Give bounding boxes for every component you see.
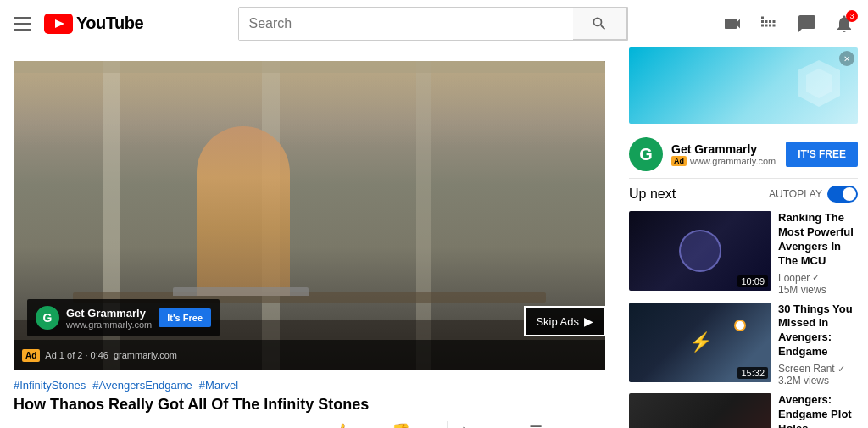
video-section: G Get Grammarly www.grammarly.com It's F…	[0, 47, 619, 428]
save-button[interactable]: ☰ SAVE	[529, 422, 576, 428]
search-input[interactable]	[239, 8, 573, 40]
video-title: How Thanos Really Got All Of The Infinit…	[14, 395, 605, 414]
autoplay-thumb	[843, 187, 856, 201]
like-button[interactable]: 👍 9.5K	[332, 422, 378, 428]
rec-thumbnail: ⚡ 15:32	[629, 303, 771, 382]
grammarly-banner[interactable]: ✕	[629, 47, 858, 124]
search-bar	[238, 7, 628, 41]
video-tag-1[interactable]: #AvengersEndgame	[92, 379, 192, 392]
video-actions: 👍 9.5K 👎 496 ➤ SHARE ☰ SAVE •••	[332, 421, 605, 428]
rec-info: Avengers: Endgame Plot Holes Explained S…	[778, 393, 858, 428]
video-meta: 1,228,522 views 👍 9.5K 👎 496 ➤ SHARE ☰	[14, 421, 605, 428]
verified-icon: ✓	[837, 364, 845, 375]
header-right: 3	[722, 14, 854, 34]
rec-info: Ranking The Most Powerful Avengers In Th…	[778, 211, 858, 296]
grammarly-logo-small: G	[36, 306, 59, 330]
banner-background	[629, 47, 858, 124]
video-tag-0[interactable]: #InfinityStones	[14, 379, 86, 392]
video-ad-overlay: G Get Grammarly www.grammarly.com It's F…	[27, 299, 220, 336]
youtube-logo-text: YouTube	[76, 14, 143, 33]
video-player-inner: G Get Grammarly www.grammarly.com It's F…	[14, 61, 605, 370]
grammarly-cta-button[interactable]: IT'S FREE	[786, 142, 858, 167]
banner-decoration	[793, 56, 844, 115]
search-icon	[591, 15, 608, 32]
rec-channel: Looper ✓	[778, 272, 858, 284]
youtube-logo-icon	[44, 14, 73, 34]
thumbs-up-icon: 👍	[332, 422, 351, 428]
create-video-button[interactable]	[722, 14, 743, 34]
apps-button[interactable]	[760, 14, 780, 34]
grammarly-url: www.grammarly.com	[690, 156, 776, 166]
grammarly-title: Get Grammarly	[671, 142, 777, 156]
ad-info-bar: Ad Ad 1 of 2 · 0:46 grammarly.com	[14, 340, 605, 370]
verified-icon: ✓	[812, 272, 820, 283]
grammarly-ad-label: Ad www.grammarly.com	[671, 156, 777, 166]
autoplay-label: AUTOPLAY	[769, 188, 822, 200]
menu-button[interactable]	[14, 17, 31, 31]
ad-text: Get Grammarly www.grammarly.com	[66, 307, 152, 330]
dislike-button[interactable]: 👎 496	[392, 422, 433, 428]
video-player[interactable]: G Get Grammarly www.grammarly.com It's F…	[14, 61, 605, 370]
notification-badge: 3	[846, 10, 858, 22]
skip-ads-label: Skip Ads	[536, 315, 579, 328]
grammarly-ad: G Get Grammarly Ad www.grammarly.com IT'…	[629, 131, 858, 179]
rec-title: Avengers: Endgame Plot Holes Explained	[778, 393, 858, 428]
grammarly-logo: G	[629, 137, 663, 171]
rec-views: 15M views	[778, 284, 858, 296]
ad-cta-button[interactable]: It's Free	[159, 308, 211, 327]
thumbs-down-icon: 👎	[392, 422, 410, 428]
recommendation-item[interactable]: 10:09 Ranking The Most Powerful Avengers…	[629, 211, 858, 296]
video-tag-2[interactable]: #Marvel	[199, 379, 238, 392]
header: YouTube	[0, 0, 868, 47]
ad-label-badge: Ad	[671, 156, 687, 166]
video-tags: #InfinityStones #AvengersEndgame #Marvel	[14, 379, 605, 392]
search-area	[143, 7, 722, 41]
action-divider	[447, 421, 448, 428]
ad-countdown: Ad 1 of 2 · 0:46	[45, 350, 108, 360]
share-icon: ➤	[461, 422, 474, 428]
youtube-logo[interactable]: YouTube	[44, 14, 143, 34]
ad-domain: grammarly.com	[114, 350, 177, 360]
rec-info: 30 Things You Missed In Avengers: Endgam…	[778, 303, 858, 387]
notifications-button[interactable]: 3	[834, 14, 854, 34]
autoplay-toggle[interactable]	[827, 186, 858, 203]
chat-icon	[797, 14, 817, 34]
search-button[interactable]	[573, 8, 627, 40]
up-next-header: Up next AUTOPLAY	[629, 186, 858, 203]
grammarly-info: Get Grammarly Ad www.grammarly.com	[671, 142, 777, 166]
recommendation-item[interactable]: PLOT HOLESEXPLAINED 10:06 Avengers: Endg…	[629, 393, 858, 428]
sidebar: ✕ G Get Grammarly Ad www.grammarly.com I…	[619, 47, 868, 428]
rec-title: Ranking The Most Powerful Avengers In Th…	[778, 211, 858, 269]
chat-button[interactable]	[797, 14, 817, 34]
rec-duration: 10:09	[737, 275, 768, 287]
ad-badge: Ad	[22, 349, 40, 362]
rec-views: 3.2M views	[778, 375, 858, 386]
rec-thumbnail: 10:09	[629, 211, 771, 291]
skip-ads-button[interactable]: Skip Ads ▶	[524, 306, 605, 336]
rec-thumbnail: PLOT HOLESEXPLAINED 10:06	[629, 393, 771, 428]
rec-title: 30 Things You Missed In Avengers: Endgam…	[778, 303, 858, 360]
share-button[interactable]: ➤ SHARE	[461, 422, 516, 428]
header-left: YouTube	[14, 14, 143, 34]
camera-icon	[722, 14, 743, 34]
banner-close-button[interactable]: ✕	[839, 51, 854, 66]
rec-channel: Screen Rant ✓	[778, 363, 858, 375]
recommendation-item[interactable]: ⚡ 15:32 30 Things You Missed In Avengers…	[629, 303, 858, 387]
ad-title: Get Grammarly	[66, 307, 152, 320]
save-icon: ☰	[529, 422, 542, 428]
skip-arrow-icon: ▶	[584, 314, 593, 328]
autoplay-container: AUTOPLAY	[769, 186, 858, 203]
recommendations-list: 10:09 Ranking The Most Powerful Avengers…	[629, 211, 858, 428]
ad-url: www.grammarly.com	[66, 320, 152, 330]
up-next-label: Up next	[629, 186, 676, 202]
apps-icon	[760, 14, 780, 34]
more-button[interactable]: •••	[589, 423, 605, 428]
main-content: G Get Grammarly www.grammarly.com It's F…	[0, 47, 868, 428]
rec-duration: 15:32	[737, 367, 768, 379]
